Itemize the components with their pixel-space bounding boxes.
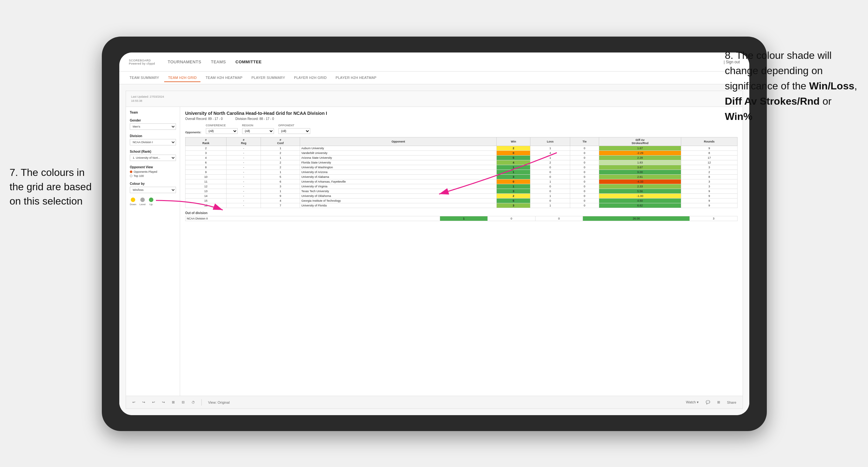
table-row: 4 - 1 Arizona State University 5 1 0 2.2… xyxy=(186,156,738,160)
toolbar-clock[interactable]: ⏱ xyxy=(190,400,197,405)
toolbar-redo[interactable]: ↪ xyxy=(140,399,147,405)
radio-opponents-played[interactable]: Opponents Played xyxy=(130,170,176,174)
sidebar-colour-by-section: Colour by Win/loss xyxy=(130,182,176,193)
filter-opponent-label: Opponent xyxy=(278,124,310,127)
cell-rounds: 2 xyxy=(681,170,738,175)
out-of-division-body: NCAA Division II 1 0 0 26.00 3 xyxy=(186,216,738,221)
cell-win: 3 xyxy=(497,203,530,208)
toolbar-view[interactable]: View: Original xyxy=(206,400,231,405)
toolbar-share[interactable]: Share xyxy=(725,400,738,405)
toolbar-forward[interactable]: ↪ xyxy=(160,399,167,405)
th-rounds: Rounds xyxy=(681,137,738,146)
cell-diff: 2.61 xyxy=(599,175,681,179)
cell-win: 0 xyxy=(497,151,530,156)
subnav-player-summary[interactable]: PLAYER SUMMARY xyxy=(248,74,289,82)
overall-record: Overall Record: 89 - 17 - 0 xyxy=(185,117,223,121)
cell-win: 1 xyxy=(497,170,530,175)
th-opponent: Opponent xyxy=(300,137,497,146)
cell-reg: - xyxy=(226,198,261,203)
cell-rank: 12 xyxy=(186,184,226,189)
cell-reg: - xyxy=(226,165,261,170)
cell-division-name: NCAA Division II xyxy=(186,216,440,221)
radio-top-100[interactable]: Top 100 xyxy=(130,174,176,178)
cell-tie: 0 xyxy=(570,198,599,203)
toolbar-undo[interactable]: ↩ xyxy=(130,399,137,405)
nav-committee[interactable]: COMMITTEE xyxy=(236,60,262,64)
toolbar-comment[interactable]: 💬 xyxy=(704,399,712,405)
sidebar-school-label: School (Rank) xyxy=(130,150,176,153)
cell-conf: 7 xyxy=(261,203,300,208)
table-header-row: #Rank #Reg #Conf Opponent Win Loss Tie D… xyxy=(186,137,738,146)
filter-region-select[interactable]: (All) xyxy=(242,128,274,134)
cell-win: 1 xyxy=(497,184,530,189)
cell-tie: 0 xyxy=(570,203,599,208)
grid-subtitle: Overall Record: 89 - 17 - 0 Division Rec… xyxy=(185,117,738,121)
cell-opponent: Georgia Institute of Technology xyxy=(300,198,497,203)
cell-diff: -2.29 xyxy=(599,151,681,156)
toolbar-copy[interactable]: ⊞ xyxy=(170,399,177,405)
cell-tie: 0 xyxy=(570,160,599,165)
logo: SCOREBOARD Powered by clippd xyxy=(129,59,155,65)
cell-opponent: Vanderbilt University xyxy=(300,151,497,156)
last-updated: Last Updated: 27/03/2024 16:55:38 xyxy=(131,95,164,103)
cell-reg: - xyxy=(226,194,261,198)
cell-loss: 1 xyxy=(530,156,570,160)
sidebar-division-section: Division NCAA Division I xyxy=(130,134,176,145)
cell-rounds: 8 xyxy=(681,151,738,156)
grid-area: University of North Carolina Head-to-Hea… xyxy=(180,107,743,396)
cell-reg: - xyxy=(226,179,261,184)
subnav-team-h2h-heatmap[interactable]: TEAM H2H HEATMAP xyxy=(202,74,246,82)
th-win: Win xyxy=(497,137,530,146)
out-of-division-table: NCAA Division II 1 0 0 26.00 3 xyxy=(185,216,738,221)
filter-conference-label: Conference xyxy=(206,124,238,127)
legend-level-circle xyxy=(140,197,145,202)
cell-diff: -4.33 xyxy=(599,179,681,184)
legend-row: Down Level Up xyxy=(130,197,176,206)
legend-up-circle xyxy=(149,197,153,202)
cell-rank: 4 xyxy=(186,156,226,160)
filter-opponent-select[interactable]: (All) xyxy=(278,128,310,134)
sidebar-gender-select[interactable]: Men's xyxy=(130,123,176,130)
cell-rank: 9 xyxy=(186,170,226,175)
cell-rounds: 8 xyxy=(681,175,738,179)
cell-rounds: 3 xyxy=(681,165,738,170)
subnav-team-h2h-grid[interactable]: TEAM H2H GRID xyxy=(164,74,200,82)
grid-title: University of North Carolina Head-to-Hea… xyxy=(185,111,738,116)
toolbar-paste[interactable]: ⊟ xyxy=(180,399,186,405)
tablet-frame: SCOREBOARD Powered by clippd TOURNAMENTS… xyxy=(102,37,767,431)
nav-links: TOURNAMENTS TEAMS COMMITTEE xyxy=(168,60,711,64)
cell-opponent: University of Arkansas, Fayetteville xyxy=(300,179,497,184)
sidebar-colour-by-select[interactable]: Win/loss xyxy=(130,187,176,193)
cell-loss: 1 xyxy=(530,146,570,151)
cell-reg: - xyxy=(226,156,261,160)
table-row: 2 - 1 Auburn University 2 1 0 1.67 9 xyxy=(186,146,738,151)
toolbar-grid-icon[interactable]: ⊞ xyxy=(715,399,722,405)
nav-tournaments[interactable]: TOURNAMENTS xyxy=(168,60,202,64)
legend-down-circle xyxy=(131,197,135,202)
sidebar-gender-section: Gender Men's xyxy=(130,119,176,130)
table-row: 14 - 9 University of Oklahoma 2 1 0 -1.0… xyxy=(186,194,738,198)
subnav-player-h2h-heatmap[interactable]: PLAYER H2H HEATMAP xyxy=(332,74,380,82)
subnav-team-summary[interactable]: TEAM SUMMARY xyxy=(126,74,163,82)
sidebar-team-label: Team xyxy=(130,111,176,114)
out-of-division-row: NCAA Division II 1 0 0 26.00 3 xyxy=(186,216,738,221)
toolbar-back[interactable]: ↩ xyxy=(150,399,157,405)
sidebar-gender-label: Gender xyxy=(130,119,176,122)
cell-od-tie: 0 xyxy=(535,216,583,221)
toolbar-watch[interactable]: Watch ▾ xyxy=(684,399,701,405)
sidebar-school-select[interactable]: 1. University of Nort... xyxy=(130,155,176,161)
cell-rounds: 9 xyxy=(681,198,738,203)
nav-teams[interactable]: TEAMS xyxy=(211,60,226,64)
cell-rank: 11 xyxy=(186,179,226,184)
cell-opponent: Auburn University xyxy=(300,146,497,151)
tableau-toolbar: ↩ ↪ ↩ ↪ ⊞ ⊟ ⏱ View: Original Watch ▾ 💬 ⊞… xyxy=(126,396,743,408)
cell-rounds: 17 xyxy=(681,156,738,160)
filter-conference-select[interactable]: (All) xyxy=(206,128,238,134)
cell-loss: 1 xyxy=(530,194,570,198)
cell-rounds: 9 xyxy=(681,194,738,198)
subnav-player-h2h-grid[interactable]: PLAYER H2H GRID xyxy=(290,74,331,82)
cell-loss: 1 xyxy=(530,203,570,208)
cell-conf: 9 xyxy=(261,194,300,198)
sidebar-division-select[interactable]: NCAA Division I xyxy=(130,139,176,145)
cell-win: 2 xyxy=(497,194,530,198)
